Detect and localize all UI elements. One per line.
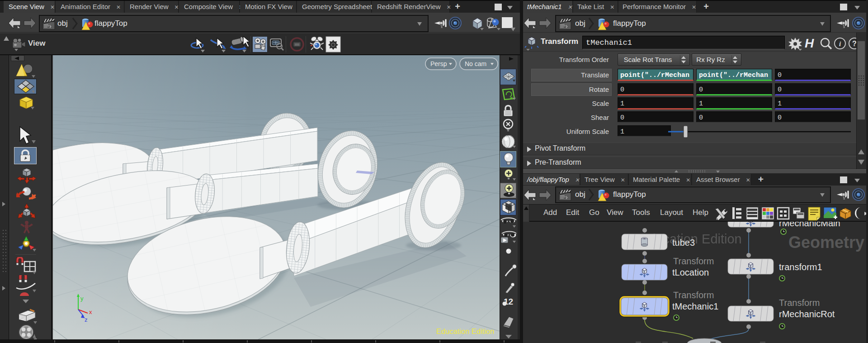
svg-text:No cam: No cam xyxy=(465,60,486,67)
svg-text:Transform: Transform xyxy=(779,298,820,308)
svg-text:tube3: tube3 xyxy=(672,238,695,248)
svg-text:Transform: Transform xyxy=(673,290,714,300)
svg-text:x: x xyxy=(89,309,92,315)
svg-text:rMechanicRot: rMechanicRot xyxy=(779,309,835,319)
svg-text:Education Edition: Education Edition xyxy=(436,327,494,335)
svg-text:Transform: Transform xyxy=(673,256,714,266)
svg-text:z: z xyxy=(85,316,88,323)
svg-text:transform1: transform1 xyxy=(779,262,822,272)
svg-text:Geometry: Geometry xyxy=(788,233,864,252)
svg-text:y: y xyxy=(80,295,84,302)
svg-text:rMechanicMain: rMechanicMain xyxy=(779,222,840,228)
svg-text:tLocation: tLocation xyxy=(672,267,709,277)
svg-text:tMechanic1: tMechanic1 xyxy=(672,301,718,311)
svg-text:Persp: Persp xyxy=(430,60,447,67)
